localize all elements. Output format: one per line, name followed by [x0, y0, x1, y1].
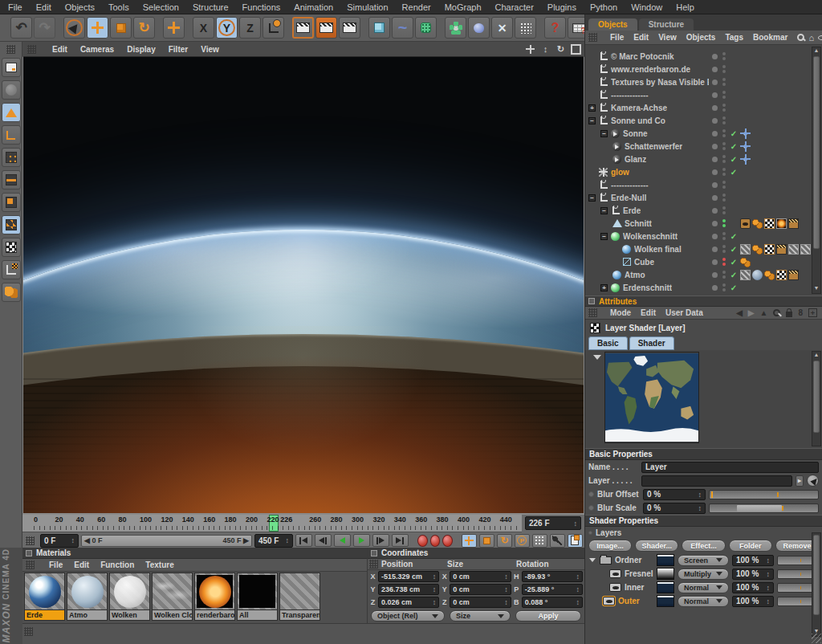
visibility-toggle[interactable] [720, 91, 727, 99]
scrollbar-thumb[interactable] [813, 535, 820, 615]
next-key-button[interactable] [372, 534, 389, 547]
enable-toggle[interactable]: ✓ [727, 129, 740, 138]
opacity-field[interactable]: 100 %↕ [732, 569, 774, 580]
table-row[interactable]: Textures by Nasa Visible Eart✓ [585, 75, 822, 88]
search-icon[interactable] [797, 34, 804, 41]
viewport-menu-edit[interactable]: Edit [52, 45, 67, 54]
history-back-icon[interactable]: ◀ [736, 308, 743, 317]
menu-selection[interactable]: Selection [143, 2, 179, 12]
material-erde[interactable]: Erde [24, 573, 65, 621]
table-row[interactable]: --------------✓ [585, 178, 822, 191]
lock-z-axis-button[interactable]: Z [239, 17, 261, 39]
size-z-field[interactable]: 0 cm↕ [450, 597, 511, 608]
visibility-toggle[interactable] [720, 232, 727, 240]
visibility-toggle[interactable] [720, 219, 727, 227]
visibility-toggle[interactable] [720, 258, 727, 266]
scroll-up-icon[interactable]: ▲ [812, 47, 820, 55]
stepper-icon[interactable]: ↕ [285, 536, 289, 544]
goto-end-button[interactable] [392, 534, 409, 547]
layer-thumbnail[interactable] [657, 568, 674, 580]
layer-dot[interactable] [712, 131, 718, 137]
enable-toggle[interactable]: ✓ [727, 78, 740, 87]
add-primitive-button[interactable] [368, 17, 390, 39]
enable-toggle[interactable]: ✓ [727, 194, 740, 202]
enable-toggle[interactable]: ✓ [727, 232, 740, 241]
table-row[interactable]: Kamera-Achse✓ [585, 101, 822, 114]
enable-toggle[interactable]: ✓ [727, 245, 740, 254]
material-transparent[interactable]: Transparen [279, 573, 320, 621]
live-selection-button[interactable] [63, 17, 85, 39]
current-frame-field[interactable]: 226 F↕ [525, 516, 581, 530]
panel-grip[interactable] [369, 560, 378, 569]
visibility-toggle[interactable] [720, 116, 727, 124]
menu-functions[interactable]: Functions [242, 2, 281, 12]
enable-toggle[interactable]: ✓ [727, 91, 740, 100]
table-row[interactable]: Wolken final✓ [585, 243, 822, 255]
pan-view-icon[interactable] [525, 44, 535, 55]
render-picture-viewer-button[interactable] [315, 17, 337, 39]
basic-properties-header[interactable]: Basic Properties [585, 448, 822, 460]
rotation-b-field[interactable]: 0.088 °↕ [522, 597, 583, 608]
material-renderbaron[interactable]: renderbaro [194, 573, 235, 621]
layer-dot[interactable] [712, 67, 718, 72]
tab-basic[interactable]: Basic [588, 336, 628, 350]
viewport-canvas[interactable] [22, 56, 584, 514]
layer-dot[interactable] [712, 247, 718, 252]
viewport-menu-cameras[interactable]: Cameras [80, 45, 114, 54]
window-icon[interactable] [371, 550, 377, 556]
key-parameter-toggle[interactable]: P [515, 534, 530, 548]
phong-tag-icon[interactable] [752, 244, 763, 255]
toolbar-grip[interactable] [6, 45, 15, 54]
uvw-tag-icon[interactable] [764, 218, 775, 229]
om-menu-objects[interactable]: Objects [686, 33, 716, 42]
layer-dot[interactable] [712, 221, 718, 226]
move-tool-button[interactable] [87, 17, 108, 39]
table-row[interactable]: Atmo✓ [585, 268, 822, 281]
play-backward-button[interactable] [334, 534, 351, 547]
attributes-scrollbar[interactable]: ▼ [812, 532, 821, 637]
goto-start-button[interactable] [295, 534, 312, 547]
om-menu-view[interactable]: View [658, 33, 677, 42]
visibility-toggle[interactable] [720, 78, 727, 86]
attr-menu-userdata[interactable]: User Data [665, 308, 703, 317]
om-menu-tags[interactable]: Tags [725, 33, 743, 42]
name-field[interactable]: Layer [641, 462, 819, 473]
layer-dot[interactable] [712, 169, 718, 175]
layer-thumbnail[interactable] [657, 581, 674, 593]
window-icon[interactable] [588, 298, 595, 304]
layer-dot[interactable] [712, 118, 718, 124]
attributes-titlebar[interactable]: Attributes [585, 296, 822, 307]
shader-layer-row[interactable]: Ordner Screen 100 %↕ [585, 553, 822, 567]
table-row[interactable]: Wolkenschnitt✓ [585, 230, 822, 243]
shader-layer-row[interactable]: Inner Normal 100 %↕ [585, 581, 822, 594]
scale-tool-button[interactable] [110, 17, 132, 39]
points-mode-button[interactable] [2, 148, 21, 167]
rotation-h-field[interactable]: -89.93 °↕ [522, 571, 583, 582]
animation-dot[interactable] [588, 505, 594, 511]
visibility-toggle[interactable] [720, 52, 727, 60]
tab-structure[interactable]: Structure [639, 18, 694, 31]
visibility-toggle[interactable] [720, 245, 727, 253]
keyframe-selection-button[interactable] [442, 535, 453, 547]
layer-browse-icon[interactable]: ▸ [796, 475, 804, 487]
metaball-button[interactable] [468, 17, 490, 39]
render-settings-button[interactable] [339, 17, 360, 39]
enable-toggle[interactable]: ✓ [727, 271, 740, 279]
materials-menu-function[interactable]: Function [100, 560, 134, 569]
shader-layer-row[interactable]: Fresnel Multiply 100 %↕ [585, 567, 822, 581]
visibility-toggle[interactable] [720, 155, 727, 163]
edges-mode-button[interactable] [2, 170, 21, 190]
shader-properties-header[interactable]: Shader Properties [585, 515, 822, 527]
materials-menu-edit[interactable]: Edit [74, 560, 89, 569]
expander[interactable] [600, 284, 608, 291]
position-z-field[interactable]: 0.026 cm↕ [378, 597, 439, 608]
layer-thumbnail[interactable] [657, 595, 674, 607]
om-menu-bookmarks[interactable]: Bookmar [753, 33, 787, 42]
panel-grip[interactable] [24, 627, 33, 636]
panel-grip[interactable] [27, 45, 36, 54]
coordinates-titlebar[interactable]: Coordinates [368, 548, 584, 559]
key-position-toggle[interactable] [462, 534, 477, 548]
timeline-ruler[interactable]: 226 020406080100120140160180200220260280… [22, 515, 522, 532]
blur-scale-slider[interactable] [709, 503, 819, 513]
scroll-down-icon[interactable]: ▼ [812, 285, 820, 293]
